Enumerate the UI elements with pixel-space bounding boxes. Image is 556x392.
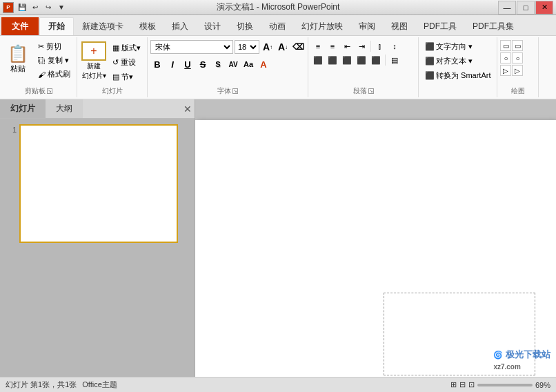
align-extra-button[interactable]: ⬛ bbox=[369, 54, 383, 66]
font-size-select[interactable]: 18 bbox=[235, 40, 259, 54]
minimize-button[interactable]: — bbox=[498, 1, 516, 14]
clipboard-expand-icon[interactable]: ↘ bbox=[47, 88, 52, 94]
align-left-button[interactable]: ⬛ bbox=[311, 54, 325, 66]
underline-button[interactable]: U bbox=[181, 57, 195, 71]
justify-button[interactable]: ⬛ bbox=[355, 54, 368, 66]
shape-rect[interactable]: ▭ bbox=[500, 40, 511, 51]
copy-icon: ⿻ bbox=[38, 57, 46, 65]
tab-outline[interactable]: 大纲 bbox=[46, 99, 83, 118]
close-button[interactable]: ✕ bbox=[535, 1, 553, 14]
italic-button[interactable]: I bbox=[166, 57, 179, 71]
ribbon-content: 📋 粘贴 ✂ 剪切 ⿻ 复制 ▾ 🖌 格式刷 剪贴板 ↘ bbox=[0, 36, 556, 99]
decrease-indent-button[interactable]: ⇤ bbox=[340, 40, 354, 52]
layout-button[interactable]: ▦ 版式▾ bbox=[109, 41, 144, 55]
reset-icon: ↺ bbox=[112, 58, 119, 67]
drawing-label-text: 绘图 bbox=[511, 86, 525, 96]
line-spacing-button[interactable]: ↕ bbox=[388, 40, 401, 52]
bullet-list-button[interactable]: ≡ bbox=[311, 40, 325, 52]
align-text-icon: ⬛ bbox=[425, 57, 435, 66]
paste-button[interactable]: 📋 粘贴 bbox=[3, 40, 33, 79]
para-expand-icon[interactable]: ↘ bbox=[368, 88, 374, 94]
strikethrough-button[interactable]: S bbox=[196, 57, 210, 71]
slide-thumb-item-1: 1 bbox=[6, 124, 189, 243]
smartart-convert-button2[interactable]: ▤ bbox=[388, 54, 401, 66]
watermark-logo: 🌀 bbox=[493, 351, 503, 359]
panel-close-button[interactable]: ✕ bbox=[181, 99, 195, 118]
shadow-button[interactable]: S bbox=[211, 57, 225, 71]
drawing-label: 绘图 bbox=[500, 85, 535, 96]
view-outline-button[interactable]: ⊟ bbox=[459, 380, 466, 389]
maximize-button[interactable]: □ bbox=[517, 1, 535, 14]
copy-button[interactable]: ⿻ 复制 ▾ bbox=[34, 54, 74, 67]
redo-icon[interactable]: ↪ bbox=[43, 2, 54, 13]
smartart-icon: ⬛ bbox=[425, 71, 435, 80]
undo-icon[interactable]: ↩ bbox=[30, 2, 41, 13]
slide-panel: 幻灯片 大纲 ✕ 1 bbox=[0, 99, 195, 377]
zoom-slider[interactable] bbox=[477, 384, 533, 386]
shape-row3: ▷ ▷ bbox=[500, 65, 523, 76]
status-bar: 幻灯片 第1张，共1张 Office主题 ⊞ ⊟ ⊡ 69% bbox=[0, 377, 556, 392]
align-right-button[interactable]: ⬛ bbox=[340, 54, 354, 66]
slides-label: 幻灯片 bbox=[80, 85, 144, 96]
increase-indent-button[interactable]: ⇥ bbox=[355, 40, 368, 52]
paste-icon: 📋 bbox=[8, 46, 28, 62]
text-direction-button[interactable]: ⬛ 文字方向 ▾ bbox=[421, 40, 476, 53]
shape-rect2[interactable]: ▭ bbox=[512, 40, 523, 51]
tab-view[interactable]: 视图 bbox=[384, 17, 415, 35]
grow-font-button[interactable]: A↑ bbox=[261, 40, 275, 54]
tab-slides[interactable]: 幻灯片 bbox=[0, 99, 46, 118]
font-expand-icon[interactable]: ↘ bbox=[232, 88, 238, 94]
font-label: 字体 ↘ bbox=[150, 85, 305, 96]
shrink-font-button[interactable]: A↓ bbox=[276, 40, 290, 54]
slides-label-text: 幻灯片 bbox=[102, 86, 123, 96]
tab-animation[interactable]: 动画 bbox=[261, 17, 293, 35]
align-center-button[interactable]: ⬛ bbox=[326, 54, 339, 66]
bold-button[interactable]: B bbox=[150, 57, 164, 71]
view-slide-button[interactable]: ⊡ bbox=[468, 380, 475, 389]
layout-icon: ▦ bbox=[112, 43, 119, 52]
case-button[interactable]: Aa bbox=[241, 57, 255, 71]
shape-more[interactable]: ▷ bbox=[500, 65, 511, 76]
tab-review[interactable]: 审阅 bbox=[351, 17, 383, 35]
tab-home[interactable]: 开始 bbox=[39, 17, 74, 35]
tab-template[interactable]: 模板 bbox=[132, 17, 163, 35]
copy-label: 复制 ▾ bbox=[48, 55, 69, 66]
para-row2: ⬛ ⬛ ⬛ ⬛ ⬛ ▤ bbox=[311, 54, 401, 66]
tab-newopt[interactable]: 新建选项卡 bbox=[75, 17, 131, 35]
theme-status: Office主题 bbox=[82, 380, 117, 390]
shape-more2[interactable]: ▷ bbox=[512, 65, 523, 76]
save-icon[interactable]: 💾 bbox=[17, 2, 28, 13]
column-button[interactable]: ⫿ bbox=[373, 40, 387, 52]
shape-oval[interactable]: ○ bbox=[500, 52, 511, 63]
align-text-button[interactable]: ⬛ 对齐文本 ▾ bbox=[421, 55, 476, 68]
spacing-button[interactable]: AV bbox=[226, 57, 240, 71]
reset-button[interactable]: ↺ 重设 bbox=[109, 56, 144, 69]
tab-insert[interactable]: 插入 bbox=[164, 17, 196, 35]
app-icon: P bbox=[3, 2, 14, 13]
tab-transition[interactable]: 切换 bbox=[229, 17, 261, 35]
section-button[interactable]: ▤ 节▾ bbox=[109, 70, 144, 84]
paragraph-label-text: 段落 bbox=[353, 86, 367, 96]
new-slide-button[interactable]: + 新建幻灯片▾ bbox=[80, 40, 108, 82]
font-family-select[interactable]: 宋体 bbox=[150, 40, 233, 54]
customize-icon[interactable]: ▼ bbox=[56, 2, 67, 13]
font-color-button[interactable]: A bbox=[257, 57, 270, 71]
format-painter-button[interactable]: 🖌 格式刷 bbox=[34, 68, 74, 81]
tab-pdfset[interactable]: PDF工具集 bbox=[465, 17, 522, 35]
text-dir-label: 文字方向 ▾ bbox=[436, 41, 473, 52]
canvas-area[interactable]: 🌀 极光下载站 xz7.com bbox=[195, 99, 556, 377]
font-group-content: 宋体 18 A↑ A↓ ⌫ B I U S S AV Aa A bbox=[150, 39, 305, 85]
slide-thumbnail-1[interactable] bbox=[19, 124, 178, 243]
shapes-panel: ▭ ▭ ○ ○ ▷ ▷ bbox=[500, 40, 523, 76]
view-normal-button[interactable]: ⊞ bbox=[450, 380, 457, 389]
tab-design[interactable]: 设计 bbox=[197, 17, 228, 35]
tab-file[interactable]: 文件 bbox=[1, 17, 39, 35]
shape-oval2[interactable]: ○ bbox=[512, 52, 523, 63]
cut-button[interactable]: ✂ 剪切 bbox=[34, 40, 74, 53]
numbered-list-button[interactable]: ≡ bbox=[326, 40, 339, 52]
title-bar: P 💾 ↩ ↪ ▼ 演示文稿1 - Microsoft PowerPoint —… bbox=[0, 0, 556, 15]
tab-pdftool[interactable]: PDF工具 bbox=[416, 17, 464, 35]
clear-format-button[interactable]: ⌫ bbox=[291, 40, 305, 54]
smartart-button[interactable]: ⬛ 转换为 SmartArt bbox=[421, 69, 494, 82]
tab-slideshow[interactable]: 幻灯片放映 bbox=[294, 17, 350, 35]
